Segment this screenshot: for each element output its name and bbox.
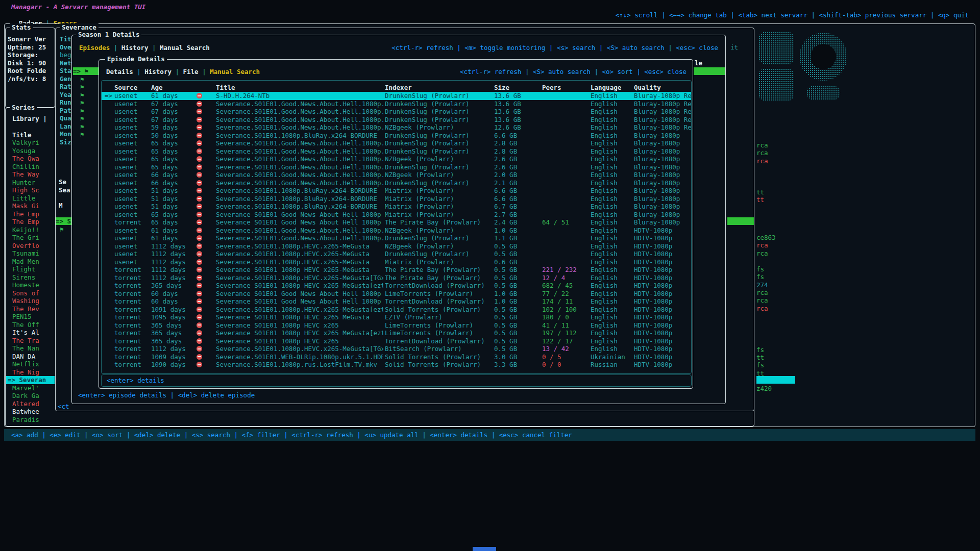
release-row[interactable]: usenet1112 daysSeverance.S01E01.1080p.HE…	[102, 242, 691, 251]
series-item[interactable]: The Emp	[12, 218, 39, 226]
series-item[interactable]: The Gri	[12, 234, 39, 242]
release-row[interactable]: usenet67 daysSeverance.S01E01.Good.News.…	[102, 116, 691, 124]
series-item[interactable]: Hunter	[12, 179, 35, 187]
tab-file[interactable]: File	[183, 68, 199, 76]
tab-manual-search[interactable]: Manual Search	[210, 68, 260, 76]
series-item[interactable]: Keijo!!	[12, 226, 39, 234]
series-item[interactable]: The Rev	[12, 305, 39, 313]
release-row[interactable]: usenet61 daysSeverance.S01E01.Good.News.…	[102, 227, 691, 235]
release-row[interactable]: torrent1091 daysSeverance.S01E01.1080p.H…	[102, 306, 691, 314]
release-row[interactable]: usenet66 daysSeverance.S01E01.Good.News.…	[102, 171, 691, 179]
series-item[interactable]: The Qwa	[12, 155, 39, 163]
series-item[interactable]: PEN15	[12, 313, 32, 321]
series-item-selected[interactable]: => Severan	[6, 376, 55, 384]
release-row[interactable]: usenet1112 daysSeverance.S01E01.1080p.HE…	[102, 258, 691, 266]
release-cell: English	[591, 123, 618, 132]
release-row[interactable]: usenet50 daysSeverance.S01E01.1080p.BluR…	[102, 132, 691, 140]
release-row[interactable]: usenet66 daysSeverance.S01E01.Good.News.…	[102, 179, 691, 187]
series-item[interactable]: Altered	[12, 400, 39, 408]
release-row[interactable]: torrent365 daysSeverance S01E01 1080p HE…	[102, 321, 691, 330]
release-cell: Severance S01E01 1080p HEVC x265	[216, 337, 339, 345]
series-item[interactable]: The Tra	[12, 337, 39, 345]
peers-value: 41 / 11	[542, 321, 569, 330]
release-row[interactable]: torrent1009 daysSeverance.S01E01.WEB-DLR…	[102, 353, 691, 361]
release-row[interactable]: usenet65 daysSeverance.S01E01.Good.News.…	[102, 139, 691, 147]
series-item[interactable]: Tsunami	[12, 249, 39, 258]
series-item[interactable]: Sons of	[12, 289, 39, 297]
blocked-icon	[197, 235, 202, 241]
episode-modal-tabs: Details | History | File | Manual Search	[106, 68, 260, 76]
release-row[interactable]: torrent1112 daysSeverance.S01E01.1080p.H…	[102, 345, 691, 353]
series-item[interactable]: Chillin	[12, 163, 39, 171]
series-item[interactable]: Homeste	[12, 281, 39, 289]
release-row[interactable]: =>usenet61 daysS-HD.H.264-NTbDrunkenSlug…	[102, 92, 691, 100]
release-row[interactable]: usenet59 daysSeverance.S01E01.Good.News.…	[102, 123, 691, 132]
background-fragment: fs	[756, 346, 764, 354]
release-cell: Russian	[591, 361, 618, 369]
series-item[interactable]: It's Al	[12, 329, 39, 337]
release-row[interactable]: usenet51 daysSeverance.S01E01.1080p.BluR…	[102, 195, 691, 203]
release-row[interactable]: usenet61 daysSeverance.S01E01.Good.News.…	[102, 234, 691, 242]
series-item[interactable]: Valkyri	[12, 139, 39, 147]
series-item[interactable]: Marvel'	[12, 384, 39, 392]
release-row[interactable]: usenet67 daysSeverance.S01E01.Good.News.…	[102, 100, 691, 108]
peers-value: 682 / 45	[542, 282, 573, 290]
release-row[interactable]: usenet65 daysSeverance.S01E01.Good.News.…	[102, 147, 691, 156]
tab-details[interactable]: Details	[106, 68, 133, 76]
series-item[interactable]: The Way	[12, 170, 39, 179]
release-cell: 0.5 GB	[494, 345, 517, 353]
series-item[interactable]: The Emp	[12, 210, 39, 218]
series-item[interactable]: Batwhee	[12, 408, 39, 416]
release-row[interactable]: torrent1095 daysSeverance S01E01 1080p H…	[102, 313, 691, 321]
release-row[interactable]: torrent1112 daysSeverance.S01E01.1080p.H…	[102, 274, 691, 282]
series-item[interactable]: Netflix	[12, 360, 39, 368]
release-row[interactable]: usenet65 daysSeverance.S01E01.Good.News.…	[102, 163, 691, 171]
global-keybindings: <↑↓> scroll | <←→> change tab | <tab> ne…	[616, 11, 969, 19]
series-item[interactable]: The Nig	[12, 368, 39, 377]
series-item[interactable]: Mad Men	[12, 258, 39, 266]
series-item[interactable]: The Off	[12, 321, 39, 329]
series-item[interactable]: Washing	[12, 297, 39, 305]
release-cell: English	[591, 203, 618, 211]
release-cell: English	[591, 345, 618, 353]
release-cell: HDTV-1080p	[634, 227, 672, 235]
series-item[interactable]: Dark Ga	[12, 392, 39, 400]
release-row[interactable]: torrent60 daysSeverance S01E01 Good News…	[102, 290, 691, 298]
release-cell: 13.6 GB	[494, 108, 521, 116]
release-cell: English	[591, 116, 618, 124]
release-row[interactable]: usenet1112 daysSeverance.S01E01.1080p.HE…	[102, 250, 691, 258]
release-row[interactable]: torrent60 daysSeverance S01E01 Good News…	[102, 297, 691, 306]
monitor-flag-icon: ⚑	[80, 107, 84, 115]
release-row[interactable]: torrent65 daysSeverance S01E01 Good News…	[102, 218, 691, 227]
release-row[interactable]: torrent365 daysSeverance S01E01 1080p HE…	[102, 282, 691, 290]
release-cell: torrent	[114, 337, 141, 345]
series-item[interactable]: Mask Gi	[12, 202, 39, 210]
release-cell: usenet	[114, 211, 137, 219]
series-item[interactable]: Overflo	[12, 242, 39, 250]
series-item[interactable]: Flight	[12, 265, 35, 273]
background-fragment: fs	[756, 273, 764, 281]
release-row[interactable]: torrent1112 daysSeverance S01E01 1080p H…	[102, 266, 691, 274]
release-row[interactable]: usenet67 daysSeverance.S01E01.Good.News.…	[102, 108, 691, 116]
release-row[interactable]: torrent365 daysSeverance S01E01 1080p HE…	[102, 329, 691, 337]
release-cell: English	[591, 297, 618, 306]
series-item[interactable]: Little	[12, 194, 35, 203]
series-item[interactable]: High Sc	[12, 186, 39, 194]
tab-history[interactable]: History	[144, 68, 172, 76]
blocked-icon	[197, 354, 202, 360]
series-item[interactable]: DAN DA	[12, 353, 35, 361]
release-row[interactable]: torrent1090 daysSeverance.S01E01.1080p.r…	[102, 361, 691, 369]
release-cell: 65 days	[151, 155, 178, 163]
release-row[interactable]: usenet65 daysSeverance.S01E01.Good.News.…	[102, 155, 691, 163]
release-cell: Bluray-1080p	[634, 155, 680, 163]
series-item[interactable]: Paradis	[12, 416, 39, 424]
release-cell: English	[591, 306, 618, 314]
release-row[interactable]: usenet51 daysSeverance.S01E01.1080p.BluR…	[102, 187, 691, 195]
release-cell: DrunkenSlug (Prowlarr)	[385, 163, 470, 171]
release-row[interactable]: usenet51 daysSeverance.S01E01.1080p.BluR…	[102, 203, 691, 211]
release-row[interactable]: torrent365 daysSeverance S01E01 1080p HE…	[102, 337, 691, 345]
series-item[interactable]: Yosuga	[12, 147, 35, 155]
release-row[interactable]: usenet65 daysSeverance S01E01 Good News …	[102, 211, 691, 219]
series-item[interactable]: The Nan	[12, 344, 39, 353]
series-item[interactable]: Sirens	[12, 273, 35, 282]
